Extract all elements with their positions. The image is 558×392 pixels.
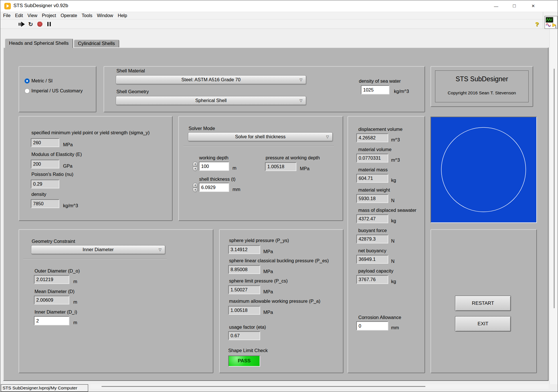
buckling-pressure-label: sphere linear classical buckling pressur… xyxy=(229,258,329,263)
increment-icon[interactable]: ▲ xyxy=(193,183,198,187)
outer-diameter-unit: m xyxy=(73,279,77,284)
run-arrow-icon xyxy=(19,22,25,27)
menu-view[interactable]: View xyxy=(27,13,37,18)
inner-diameter-label: Inner Diameter (D_i) xyxy=(35,309,77,315)
about-copyright: Copyright 2016 Sean T. Stevenson xyxy=(435,90,529,96)
payload-capacity-indicator: 3767.76 xyxy=(356,275,388,284)
geometry-constraint-ring[interactable]: Inner Diameter ▽ xyxy=(31,245,165,254)
mean-diameter-unit: m xyxy=(73,299,77,305)
yield-pressure-unit: MPa xyxy=(263,249,273,254)
maximize-button[interactable]: □ xyxy=(506,0,523,12)
window-title: STS SubDesigner v0.92b xyxy=(13,3,68,9)
minimize-button[interactable]: — xyxy=(487,0,505,12)
play-glyph-icon xyxy=(7,4,9,8)
labview-window: STS SubDesigner v0.92b — □ ✕ File Edit V… xyxy=(0,0,558,392)
solver-separator xyxy=(183,146,334,147)
corrosion-allowance-input[interactable] xyxy=(356,321,388,330)
vertical-scrollbar[interactable] xyxy=(549,29,558,384)
seawater-density-unit: kg/m^3 xyxy=(394,89,409,94)
working-pressure-label: pressure at working depth xyxy=(266,155,320,161)
radio-imperial[interactable] xyxy=(25,88,30,94)
working-depth-unit: m xyxy=(233,165,236,171)
shape-limit-check-led: PASS xyxy=(228,356,260,367)
density-indicator: 7850 xyxy=(31,199,59,208)
density-label: density xyxy=(31,192,46,197)
yield-pressure-label: sphere yield pressure (P_ys) xyxy=(229,238,289,243)
pause-icon xyxy=(47,22,51,26)
usage-factor-label: usage factor (eta) xyxy=(229,324,266,330)
shell-geometry-ring[interactable]: Spherical Shell ▽ xyxy=(116,96,306,105)
sigma-y-indicator: 260 xyxy=(31,138,59,147)
solver-mode-ring[interactable]: Solve for shell thickness ▽ xyxy=(188,132,333,141)
outer-diameter-label: Outer Diameter (D_o) xyxy=(35,268,80,274)
pause-button[interactable] xyxy=(45,21,52,28)
close-button[interactable]: ✕ xyxy=(524,0,542,12)
chevron-down-icon: ▽ xyxy=(159,246,161,254)
max-working-pressure-unit: MPa xyxy=(263,310,273,315)
displacement-volume-indicator: 4.26582 xyxy=(356,133,388,142)
title-bar: STS SubDesigner v0.92b — □ ✕ xyxy=(0,0,558,12)
chevron-down-icon: ▽ xyxy=(326,133,329,141)
geometry-constraint-value: Inner Diameter xyxy=(82,247,114,252)
radio-metric-si[interactable] xyxy=(25,78,30,84)
menu-help[interactable]: Help xyxy=(118,13,127,18)
sphere-circle-icon xyxy=(431,117,536,222)
decrement-icon[interactable]: ▼ xyxy=(193,188,198,192)
solver-mode-label: Solver Mode xyxy=(189,126,215,131)
geometry-constraint-label: Geometry Constraint xyxy=(32,239,75,244)
horizontal-scrollbar-thumb[interactable] xyxy=(102,386,425,387)
abort-button[interactable] xyxy=(36,21,43,28)
usage-factor-indicator: 0.67 xyxy=(228,331,260,340)
material-volume-indicator: 0.0770331 xyxy=(356,154,388,163)
restart-button[interactable]: RESTART xyxy=(455,296,511,311)
run-continuous-button[interactable]: ↻ xyxy=(27,21,34,28)
context-help-icon[interactable]: ? xyxy=(535,21,539,28)
seawater-density-input[interactable] xyxy=(361,85,389,94)
displacement-volume-label: displacement volume xyxy=(358,127,403,132)
geometry-separator xyxy=(23,259,167,259)
menu-project[interactable]: Project xyxy=(42,13,56,18)
payload-capacity-unit: kg xyxy=(391,279,396,284)
radio-imperial-label: Imperial / US Customary xyxy=(31,88,83,94)
shell-material-value: Steel: ASTM A516 Grade 70 xyxy=(181,77,240,82)
decrement-icon[interactable]: ▼ xyxy=(193,166,198,171)
tool-bar: ↻ xyxy=(0,20,558,29)
limit-pressure-unit: MPa xyxy=(263,289,273,294)
working-pressure-unit: MPa xyxy=(300,166,310,171)
menu-file[interactable]: File xyxy=(3,13,11,18)
labview-app-icon xyxy=(4,3,11,9)
material-weight-label: material weight xyxy=(358,187,390,193)
buoyant-force-label: buoyant force xyxy=(358,228,387,233)
increment-icon[interactable]: ▲ xyxy=(193,162,198,166)
tab-heads-spherical-shells[interactable]: Heads and Spherical Shells xyxy=(5,38,73,48)
menu-tools[interactable]: Tools xyxy=(82,13,92,18)
shell-thickness-spinner[interactable]: ▲ ▼ xyxy=(193,183,198,192)
shell-cross-section-graphic xyxy=(430,117,537,223)
project-path-status: STS SubDesigner.lvproj/My Computer xyxy=(1,384,88,392)
material-weight-unit: N xyxy=(391,198,395,203)
shell-thickness-input[interactable] xyxy=(199,183,229,192)
shell-material-ring[interactable]: Steel: ASTM A516 Grade 70 ▽ xyxy=(116,75,306,84)
vertical-scrollbar-thumb[interactable] xyxy=(554,69,555,308)
net-buoyancy-indicator: 36949.1 xyxy=(356,255,388,264)
displaced-seawater-label: mass of displaced seawater xyxy=(358,208,417,213)
continuous-run-icon: ↻ xyxy=(28,21,33,27)
modulus-unit: GPa xyxy=(63,163,72,169)
displacement-volume-unit: m^3 xyxy=(391,137,400,143)
net-buoyancy-unit: N xyxy=(391,259,395,264)
tab-cylindrical-shells[interactable]: Cylindrical Shells xyxy=(74,39,119,47)
run-button[interactable] xyxy=(18,21,25,28)
material-mass-indicator: 604.71 xyxy=(356,174,388,183)
horizontal-scrollbar[interactable] xyxy=(90,384,549,389)
corrosion-allowance-unit: mm xyxy=(391,325,399,330)
working-depth-spinner[interactable]: ▲ ▼ xyxy=(193,162,198,171)
exit-button[interactable]: EXIT xyxy=(455,316,511,332)
displaced-seawater-unit: kg xyxy=(391,218,396,224)
menu-edit[interactable]: Edit xyxy=(15,13,23,18)
working-depth-input[interactable] xyxy=(199,162,229,171)
menu-operate[interactable]: Operate xyxy=(61,13,77,18)
menu-window[interactable]: Window xyxy=(97,13,113,18)
displaced-seawater-indicator: 4372.47 xyxy=(356,214,388,223)
inner-diameter-input[interactable] xyxy=(34,316,69,325)
mean-diameter-indicator: 2.00609 xyxy=(34,296,69,304)
